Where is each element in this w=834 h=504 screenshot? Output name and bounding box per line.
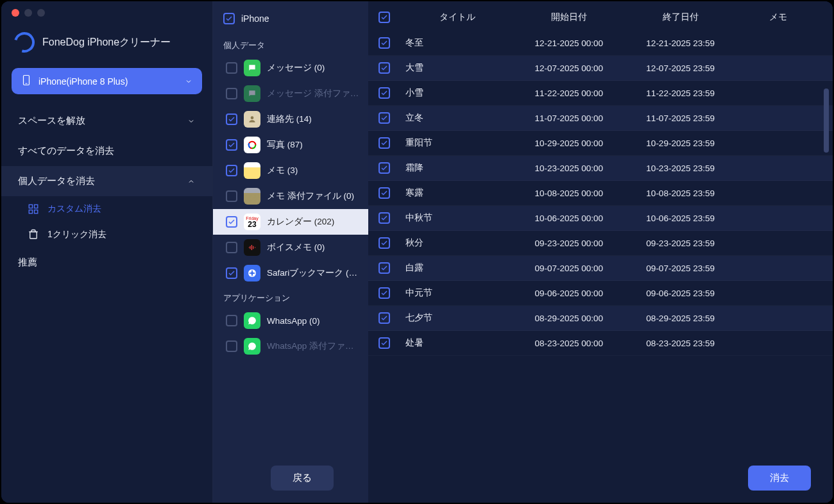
row-checkbox[interactable] xyxy=(379,87,390,99)
section-app-label: アプリケーション xyxy=(213,286,368,308)
category-checkbox[interactable] xyxy=(226,88,237,99)
app-icon xyxy=(244,338,260,355)
category-checkbox[interactable] xyxy=(226,113,237,125)
row-checkbox[interactable] xyxy=(379,212,390,224)
back-button[interactable]: 戻る xyxy=(271,466,334,491)
scrollbar-thumb[interactable] xyxy=(824,88,829,153)
row-checkbox[interactable] xyxy=(379,262,390,274)
chevron-up-icon xyxy=(187,177,196,186)
row-checkbox[interactable] xyxy=(379,137,390,149)
svg-rect-6 xyxy=(30,232,37,239)
cell-title: 重阳节 xyxy=(402,137,513,149)
select-all-categories-checkbox[interactable] xyxy=(223,13,235,24)
select-all-rows-checkbox[interactable] xyxy=(379,12,390,23)
category-item[interactable]: WhatsApp 添付ファ… xyxy=(213,333,368,359)
cell-end: 10-23-2025 23:59 xyxy=(625,164,736,173)
chevron-down-icon xyxy=(187,117,196,126)
categories-header[interactable]: iPhone xyxy=(213,1,368,33)
row-checkbox[interactable] xyxy=(379,37,390,49)
svg-rect-5 xyxy=(35,210,38,214)
cell-title: 中秋节 xyxy=(402,212,513,224)
category-checkbox[interactable] xyxy=(226,340,237,352)
table-row[interactable]: 大雪12-07-2025 00:0012-07-2025 23:59 xyxy=(368,56,833,81)
brand: FoneDog iPhoneクリーナー xyxy=(1,27,212,68)
content-panel: タイトル 開始日付 終了日付 メモ 冬至12-21-2025 00:0012-2… xyxy=(368,1,833,503)
maximize-window-icon[interactable] xyxy=(37,9,45,17)
category-checkbox[interactable] xyxy=(226,242,237,253)
cell-end: 08-23-2025 23:59 xyxy=(625,339,736,348)
section-personal-label: 個人データ xyxy=(213,33,368,55)
table-row[interactable]: 处暑08-23-2025 00:0008-23-2025 23:59 xyxy=(368,331,833,356)
table-header: タイトル 開始日付 終了日付 メモ xyxy=(368,1,833,31)
cell-title: 秋分 xyxy=(402,237,513,249)
table-row[interactable]: 秋分09-23-2025 00:0009-23-2025 23:59 xyxy=(368,231,833,256)
nav-custom-erase[interactable]: カスタム消去 xyxy=(1,196,212,222)
cell-title: 小雪 xyxy=(402,87,513,99)
col-memo: メモ xyxy=(736,12,820,23)
minimize-window-icon[interactable] xyxy=(24,9,32,17)
table-row[interactable]: 中元节09-06-2025 00:0009-06-2025 23:59 xyxy=(368,281,833,306)
category-checkbox[interactable] xyxy=(226,216,237,228)
category-label: Safariブックマーク (… xyxy=(267,267,361,279)
row-checkbox[interactable] xyxy=(379,62,390,74)
svg-rect-2 xyxy=(29,205,32,208)
cell-end: 10-29-2025 23:59 xyxy=(625,139,736,148)
row-checkbox[interactable] xyxy=(379,112,390,124)
category-checkbox[interactable] xyxy=(226,62,237,74)
nav-erase-all[interactable]: すべてのデータを消去 xyxy=(1,136,212,166)
table-row[interactable]: 白露09-07-2025 00:0009-07-2025 23:59 xyxy=(368,256,833,281)
table-row[interactable]: 霜降10-23-2025 00:0010-23-2025 23:59 xyxy=(368,156,833,181)
nav-recommend[interactable]: 推薦 xyxy=(1,248,212,278)
app-icon xyxy=(244,60,260,76)
table-row[interactable]: 七夕节08-29-2025 00:0008-29-2025 23:59 xyxy=(368,306,833,331)
category-checkbox[interactable] xyxy=(226,315,237,326)
category-item[interactable]: メッセージ 添付ファ… xyxy=(213,81,368,106)
table-rows[interactable]: 冬至12-21-2025 00:0012-21-2025 23:59大雪12-0… xyxy=(368,31,833,503)
categories-panel: iPhone 個人データ メッセージ (0)メッセージ 添付ファ…連絡先 (14… xyxy=(213,1,368,503)
grid-icon xyxy=(27,203,40,215)
cell-title: 霜降 xyxy=(402,162,513,174)
category-item[interactable]: ボイスメモ (0) xyxy=(213,235,368,260)
cell-end: 09-07-2025 23:59 xyxy=(625,264,736,273)
col-title: タイトル xyxy=(402,12,513,23)
category-item[interactable]: Safariブックマーク (… xyxy=(213,260,368,286)
cell-title: 冬至 xyxy=(402,37,513,49)
table-row[interactable]: 立冬11-07-2025 00:0011-07-2025 23:59 xyxy=(368,106,833,131)
col-start: 開始日付 xyxy=(513,12,625,23)
table-row[interactable]: 重阳节10-29-2025 00:0010-29-2025 23:59 xyxy=(368,131,833,156)
row-checkbox[interactable] xyxy=(379,312,390,324)
row-checkbox[interactable] xyxy=(379,187,390,199)
category-item[interactable]: 連絡先 (14) xyxy=(213,106,368,132)
table-row[interactable]: 寒露10-08-2025 00:0010-08-2025 23:59 xyxy=(368,181,833,206)
category-item[interactable]: WhatsApp (0) xyxy=(213,308,368,333)
table-row[interactable]: 小雪11-22-2025 00:0011-22-2025 23:59 xyxy=(368,81,833,106)
table-row[interactable]: 冬至12-21-2025 00:0012-21-2025 23:59 xyxy=(368,31,833,56)
sidebar: FoneDog iPhoneクリーナー iPhone(iPhone 8 Plus… xyxy=(1,1,213,503)
category-item[interactable]: Friday23カレンダー (202) xyxy=(213,209,368,235)
row-checkbox[interactable] xyxy=(379,162,390,174)
category-checkbox[interactable] xyxy=(226,139,237,151)
row-checkbox[interactable] xyxy=(379,237,390,249)
device-label: iPhone(iPhone 8 Plus) xyxy=(38,76,128,87)
brand-logo-icon xyxy=(10,28,38,56)
category-checkbox[interactable] xyxy=(226,267,237,279)
category-item[interactable]: 写真 (87) xyxy=(213,132,368,158)
row-checkbox[interactable] xyxy=(379,337,390,349)
erase-button[interactable]: 消去 xyxy=(748,466,811,491)
category-item[interactable]: メモ 添付ファイル (0) xyxy=(213,183,368,209)
category-checkbox[interactable] xyxy=(226,190,237,202)
row-checkbox[interactable] xyxy=(379,287,390,299)
category-label: メモ (3) xyxy=(267,165,361,176)
nav-one-click-erase[interactable]: 1クリック消去 xyxy=(1,222,212,248)
category-checkbox[interactable] xyxy=(226,165,237,176)
device-selector[interactable]: iPhone(iPhone 8 Plus) xyxy=(12,68,202,94)
cell-title: 处暑 xyxy=(402,337,513,349)
category-label: 連絡先 (14) xyxy=(267,113,361,125)
nav-free-space[interactable]: スペースを解放 xyxy=(1,106,212,136)
category-item[interactable]: メモ (3) xyxy=(213,158,368,183)
nav-erase-private[interactable]: 個人データを消去 xyxy=(1,166,212,196)
col-end: 終了日付 xyxy=(625,12,736,23)
close-window-icon[interactable] xyxy=(12,9,19,17)
category-item[interactable]: メッセージ (0) xyxy=(213,55,368,81)
table-row[interactable]: 中秋节10-06-2025 00:0010-06-2025 23:59 xyxy=(368,206,833,231)
